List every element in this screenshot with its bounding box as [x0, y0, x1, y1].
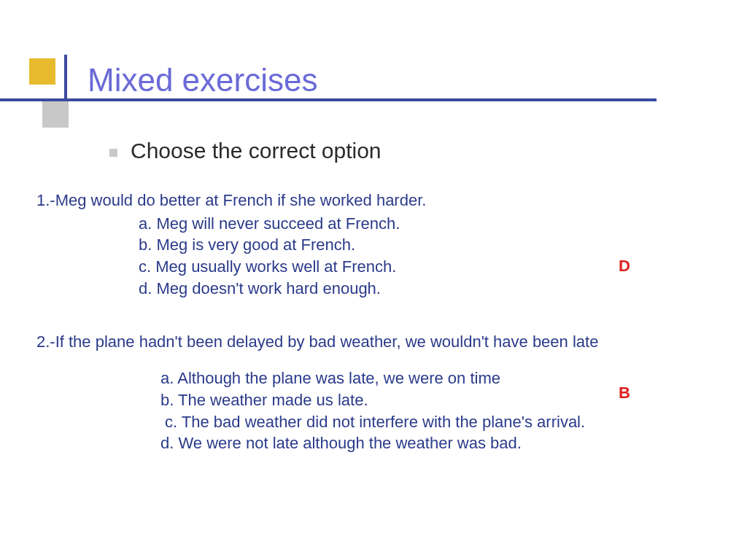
slide-subtitle: Choose the correct option	[131, 139, 382, 163]
question-2: 2.-If the plane hadn't been delayed by b…	[36, 331, 711, 454]
question-1: 1.-Meg would do better at French if she …	[36, 190, 711, 299]
slide-decoration	[29, 58, 88, 117]
deco-square-gold	[29, 58, 55, 85]
question-2-answer: B	[619, 382, 630, 404]
slide-subtitle-row: Choose the correct option	[109, 139, 382, 163]
content-area: 1.-Meg would do better at French if she …	[36, 190, 711, 486]
question-1-answer: D	[619, 255, 630, 277]
bullet-square-icon	[109, 149, 117, 157]
q2-option-c: c. The bad weather did not interfere wit…	[160, 411, 711, 433]
question-2-options: a. Although the plane was late, we were …	[36, 368, 711, 454]
q2-option-d: d. We were not late although the weather…	[160, 432, 711, 454]
question-1-options: a. Meg will never succeed at French. b. …	[36, 213, 711, 300]
slide-title: Mixed exercises	[88, 62, 317, 98]
deco-square-gray	[42, 101, 69, 128]
q1-option-a: a. Meg will never succeed at French.	[139, 213, 711, 235]
question-1-stem: 1.-Meg would do better at French if she …	[36, 190, 711, 211]
question-2-stem: 2.-If the plane hadn't been delayed by b…	[36, 331, 711, 353]
deco-line-horizontal	[0, 98, 657, 101]
q1-option-b: b. Meg is very good at French.	[139, 234, 711, 256]
q1-option-d: d. Meg doesn't work hard enough.	[139, 278, 711, 300]
